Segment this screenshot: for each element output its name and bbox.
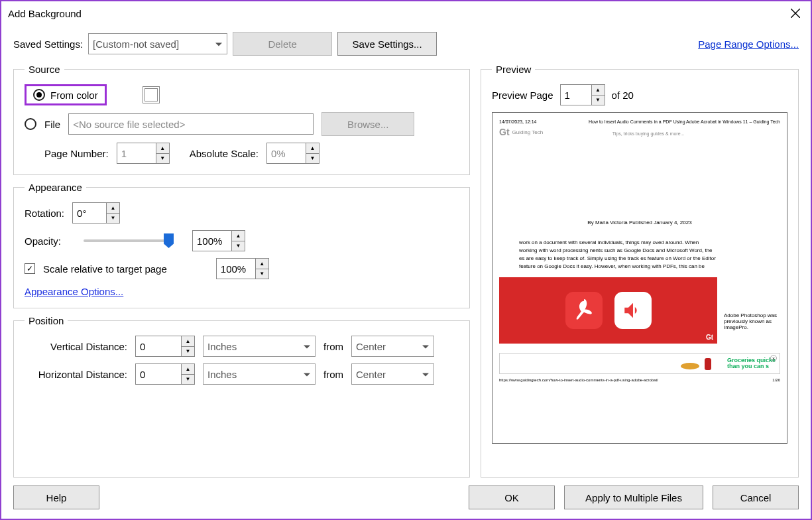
opacity-slider[interactable] (84, 239, 170, 242)
from-color-label: From color (50, 90, 98, 101)
ad-close-icon: × (770, 355, 777, 361)
vertical-distance-input[interactable] (135, 336, 182, 357)
page-number-label: Page Number: (44, 148, 109, 159)
apply-multiple-button[interactable]: Apply to Multiple Files (564, 486, 703, 509)
pv-footer-page: 1/20 (772, 378, 780, 382)
horizontal-unit-select[interactable]: Inches (203, 363, 316, 385)
position-legend: Position (25, 315, 68, 326)
horizontal-distance-label: Horizontal Distance: (25, 369, 127, 380)
from-label: from (323, 341, 343, 352)
page-number-input (117, 143, 156, 164)
scale-relative-checkbox[interactable]: ✓ (25, 263, 35, 274)
svg-point-2 (681, 363, 699, 369)
speaker-icon (614, 292, 652, 329)
saved-settings-label: Saved Settings: (13, 38, 83, 50)
delete-button: Delete (233, 32, 332, 56)
vertical-from-select[interactable]: Center (351, 336, 434, 357)
scale-relative-label: Scale relative to target page (43, 263, 167, 275)
spin-down-icon: ▼ (306, 154, 319, 164)
appearance-options-link[interactable]: Appearance Options... (25, 286, 123, 297)
add-background-dialog: Add Background Saved Settings: [Custom-n… (0, 0, 812, 520)
spin-down-icon: ▼ (156, 154, 169, 164)
pv-aside: Adobe Photoshop was previously known as … (724, 312, 780, 344)
save-settings-button[interactable]: Save Settings... (337, 32, 437, 56)
from-color-radio[interactable] (33, 89, 45, 101)
spin-down-icon[interactable]: ▼ (232, 241, 245, 251)
spin-down-icon[interactable]: ▼ (182, 375, 194, 385)
spin-up-icon: ▲ (156, 143, 169, 154)
position-group: Position Vertical Distance: ▲▼ Inches fr… (13, 315, 470, 478)
absolute-scale-input (266, 143, 306, 164)
opacity-input[interactable] (192, 230, 232, 251)
rotation-input[interactable] (72, 202, 107, 224)
preview-page-label: Preview Page (492, 90, 553, 101)
horizontal-distance-spinner[interactable]: ▲▼ (135, 363, 195, 385)
preview-group: Preview Preview Page ▲▼ of 20 14/07/2023… (481, 64, 799, 478)
dialog-title: Add Background (8, 8, 82, 19)
spin-up-icon[interactable]: ▲ (592, 85, 605, 96)
ad-graphic-icon (678, 356, 725, 371)
logo-icon: Gt (499, 127, 510, 137)
scale-relative-spinner[interactable]: ▲▼ (216, 258, 269, 279)
source-legend: Source (25, 64, 64, 75)
help-button[interactable]: Help (13, 486, 99, 509)
preview-legend: Preview (492, 64, 535, 75)
close-icon (791, 9, 800, 18)
spin-down-icon[interactable]: ▼ (107, 214, 119, 224)
rotation-spinner[interactable]: ▲▼ (72, 202, 120, 224)
spin-up-icon[interactable]: ▲ (232, 231, 245, 241)
absolute-scale-spinner: ▲▼ (266, 143, 319, 164)
spin-up-icon[interactable]: ▲ (182, 336, 194, 347)
pv-logo: Gt Guiding Tech (499, 127, 543, 137)
opacity-spinner[interactable]: ▲▼ (192, 230, 245, 251)
pv-hero: Gt (499, 277, 717, 344)
spin-up-icon[interactable]: ▲ (107, 203, 119, 214)
opacity-label: Opacity: (25, 235, 61, 247)
source-group: Source From color File Browse... (13, 64, 470, 175)
titlebar: Add Background (1, 1, 811, 25)
pv-date: 14/07/2023, 12:14 (499, 119, 536, 124)
color-swatch[interactable] (143, 86, 160, 103)
horizontal-from-select[interactable]: Center (351, 363, 434, 385)
gt-watermark-icon: Gt (706, 334, 713, 341)
page-number-spinner: ▲▼ (117, 143, 170, 164)
slider-thumb-icon[interactable] (164, 233, 174, 248)
horizontal-distance-input[interactable] (135, 363, 182, 385)
spin-up-icon[interactable]: ▲ (256, 259, 268, 269)
spin-up-icon: ▲ (306, 143, 319, 154)
close-button[interactable] (780, 3, 811, 24)
pv-paragraph: work on a document with several individu… (499, 239, 717, 271)
pv-footer-url: https://www.guidingtech.com/how-to-inser… (499, 378, 658, 382)
spin-down-icon[interactable]: ▼ (182, 347, 194, 357)
pv-tagline: Tips, tricks buying guides & more... (612, 131, 685, 136)
scale-relative-input[interactable] (216, 258, 256, 279)
vertical-distance-spinner[interactable]: ▲▼ (135, 336, 195, 357)
from-color-highlight: From color (25, 84, 107, 105)
pv-byline: By Maria Victoria Published January 4, 2… (499, 220, 780, 226)
acrobat-icon (565, 292, 603, 329)
browse-button: Browse... (321, 112, 414, 136)
spin-down-icon[interactable]: ▼ (592, 96, 605, 105)
saved-settings-select[interactable]: [Custom-not saved] (88, 33, 227, 54)
rotation-label: Rotation: (25, 208, 64, 219)
vertical-unit-select[interactable]: Inches (203, 336, 316, 357)
preview-page-spinner[interactable]: ▲▼ (560, 84, 605, 105)
svg-rect-3 (705, 358, 711, 370)
preview-page-input[interactable] (560, 84, 592, 105)
spin-up-icon[interactable]: ▲ (182, 364, 194, 375)
pv-ad-line2: than you can s (727, 363, 776, 369)
appearance-legend: Appearance (25, 182, 86, 193)
cancel-button[interactable]: Cancel (713, 486, 799, 509)
file-path-input (68, 113, 314, 135)
pv-hdr: How to Insert Audio Comments in a PDF Us… (589, 119, 780, 124)
appearance-group: Appearance Rotation: ▲▼ Opacity: (13, 182, 470, 308)
page-range-options-link[interactable]: Page Range Options... (698, 38, 799, 50)
spin-down-icon[interactable]: ▼ (256, 269, 268, 279)
preview-of-total: of 20 (612, 90, 634, 101)
absolute-scale-label: Absolute Scale: (190, 148, 259, 159)
vertical-distance-label: Vertical Distance: (25, 341, 127, 352)
from-label: from (323, 369, 343, 380)
preview-canvas: 14/07/2023, 12:14 How to Insert Audio Co… (492, 112, 787, 444)
ok-button[interactable]: OK (469, 486, 555, 509)
file-radio[interactable] (25, 118, 36, 130)
